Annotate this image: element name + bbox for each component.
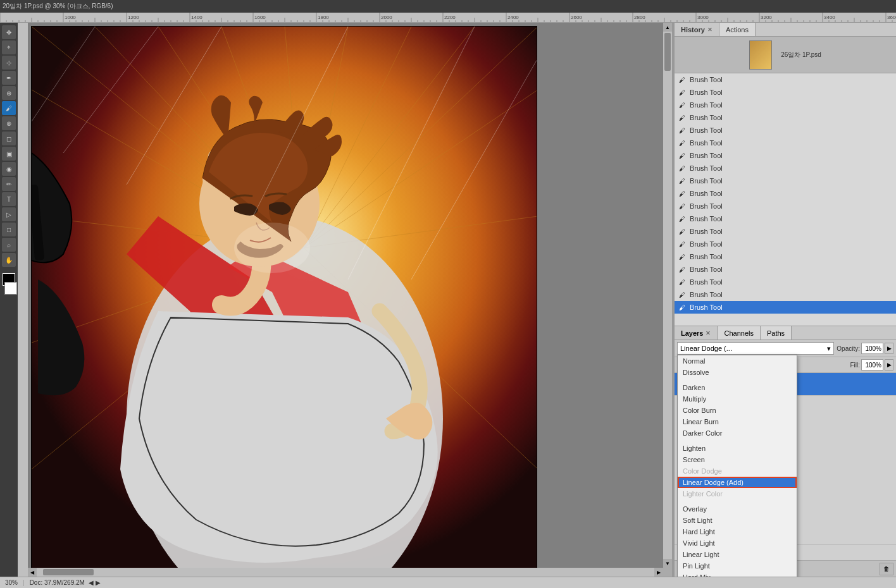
- delete-layer-btn[interactable]: 🗑: [880, 563, 893, 575]
- hand-tool[interactable]: ✋: [2, 253, 16, 267]
- scroll-down-btn[interactable]: ▼: [663, 559, 672, 568]
- list-item[interactable]: 🖌 Brush Tool: [675, 175, 896, 187]
- brush-icon: 🖌: [677, 214, 687, 224]
- svg-text:2000: 2000: [381, 15, 392, 20]
- dropdown-item-normal[interactable]: Normal: [678, 355, 797, 367]
- horizontal-scrollbar[interactable]: ◀ ▶: [28, 568, 663, 577]
- list-item[interactable]: 🖌 Brush Tool: [675, 225, 896, 238]
- nav-arrows[interactable]: ◀ ▶: [89, 579, 101, 586]
- dropdown-item-pin-light[interactable]: Pin Light: [678, 560, 797, 572]
- tab-channels[interactable]: Channels: [718, 326, 760, 340]
- zoom-tool[interactable]: ⌕: [2, 238, 16, 252]
- history-source-label: 26일차 1P.psd: [781, 51, 821, 59]
- dropdown-item-hard-mix[interactable]: Hard Mix: [678, 572, 797, 577]
- eraser-tool[interactable]: ◻: [2, 132, 16, 145]
- pen-tool[interactable]: ✏: [2, 177, 16, 191]
- opacity-control: Opacity: 100% ▶: [837, 343, 893, 354]
- dropdown-item-overlay[interactable]: Overlay: [678, 503, 797, 515]
- path-select-tool[interactable]: ▷: [2, 207, 16, 221]
- shape-tool[interactable]: □: [2, 223, 16, 236]
- history-panel-tabs: History ✕ Actions: [675, 23, 896, 37]
- dropdown-item-linear-dodge[interactable]: Linear Dodge (Add): [678, 477, 797, 488]
- tab-layers[interactable]: Layers ✕: [675, 326, 718, 340]
- list-item[interactable]: 🖌 Brush Tool: [675, 124, 896, 137]
- dropdown-item-lighten[interactable]: Lighten: [678, 443, 797, 454]
- list-item[interactable]: 🖌 Brush Tool: [675, 263, 896, 276]
- tab-history[interactable]: History ✕: [675, 23, 719, 36]
- dropdown-item-hard-light[interactable]: Hard Light: [678, 526, 797, 537]
- list-item[interactable]: 🖌 Brush Tool: [675, 276, 896, 288]
- lasso-tool[interactable]: ⌖: [2, 40, 16, 54]
- dropdown-item-lighter-color[interactable]: Lighter Color: [678, 488, 797, 499]
- svg-text:3600: 3600: [887, 15, 896, 20]
- svg-text:1000: 1000: [65, 15, 76, 20]
- layers-tab-close[interactable]: ✕: [706, 330, 711, 336]
- gradient-tool[interactable]: ▣: [2, 147, 16, 161]
- opacity-arrow-btn[interactable]: ▶: [885, 343, 893, 354]
- opacity-value[interactable]: 100%: [861, 343, 883, 354]
- dropdown-item-darker-color[interactable]: Darker Color: [678, 427, 797, 439]
- vertical-scrollbar[interactable]: ▲ ▼: [663, 23, 672, 568]
- list-item[interactable]: 🖌 Brush Tool: [675, 187, 896, 200]
- move-tool[interactable]: ✥: [2, 25, 16, 39]
- list-item[interactable]: 🖌 Brush Tool: [675, 73, 896, 86]
- dropdown-item-vivid-light[interactable]: Vivid Light: [678, 537, 797, 549]
- svg-text:2600: 2600: [571, 15, 582, 20]
- scroll-up-btn[interactable]: ▲: [663, 23, 672, 32]
- status-separator: |: [23, 579, 25, 586]
- heal-tool[interactable]: ⊕: [2, 86, 16, 100]
- brush-tool[interactable]: 🖌: [2, 101, 16, 115]
- tab-paths[interactable]: Paths: [761, 326, 792, 340]
- list-item[interactable]: 🖌 Brush Tool: [675, 99, 896, 111]
- dropdown-item-color-dodge[interactable]: Color Dodge: [678, 465, 797, 477]
- brush-icon: 🖌: [677, 201, 687, 211]
- horizontal-ruler: // Will be rendered via JS below 1000120…: [0, 13, 896, 23]
- crop-tool[interactable]: ⊹: [2, 56, 16, 70]
- list-item[interactable]: 🖌 Brush Tool: [675, 162, 896, 175]
- dropdown-item-dissolve[interactable]: Dissolve: [678, 367, 797, 378]
- dropdown-item-color-burn[interactable]: Color Burn: [678, 405, 797, 416]
- list-item[interactable]: 🖌 Brush Tool: [675, 149, 896, 162]
- brush-icon: 🖌: [677, 302, 687, 312]
- dropdown-item-darken[interactable]: Darken: [678, 382, 797, 393]
- list-item-active[interactable]: 🖌 Brush Tool: [675, 301, 896, 314]
- list-item[interactable]: 🖌 Brush Tool: [675, 200, 896, 212]
- clone-tool[interactable]: ⊗: [2, 116, 16, 130]
- dropdown-item-screen[interactable]: Screen: [678, 454, 797, 465]
- scroll-left-btn[interactable]: ◀: [28, 568, 37, 577]
- svg-text:3200: 3200: [761, 15, 772, 20]
- fill-value[interactable]: 100%: [861, 359, 883, 371]
- list-item[interactable]: 🖌 Brush Tool: [675, 250, 896, 263]
- background-color[interactable]: [4, 282, 17, 295]
- brush-icon: 🖌: [677, 125, 687, 135]
- blend-mode-button[interactable]: Linear Dodge (... ▾: [677, 342, 834, 355]
- brush-icon: 🖌: [677, 239, 687, 249]
- scroll-right-btn[interactable]: ▶: [654, 568, 663, 577]
- dropdown-item-linear-light[interactable]: Linear Light: [678, 549, 797, 560]
- vertical-scroll-thumb[interactable]: [664, 33, 671, 71]
- eyedropper-tool[interactable]: ✒: [2, 71, 16, 85]
- history-tab-close[interactable]: ✕: [707, 27, 712, 33]
- brush-icon: 🖌: [677, 113, 687, 123]
- list-item[interactable]: 🖌 Brush Tool: [675, 86, 896, 99]
- list-item[interactable]: 🖌 Brush Tool: [675, 212, 896, 225]
- dropdown-item-linear-burn[interactable]: Linear Burn: [678, 416, 797, 427]
- dodge-tool[interactable]: ◉: [2, 162, 16, 176]
- dropdown-item-soft-light[interactable]: Soft Light: [678, 515, 797, 526]
- list-item[interactable]: 🖌 Brush Tool: [675, 137, 896, 149]
- dropdown-item-multiply[interactable]: Multiply: [678, 393, 797, 405]
- blend-mode-dropdown: Normal Dissolve Darken Multiply Color Bu…: [677, 355, 797, 577]
- tab-actions[interactable]: Actions: [719, 23, 756, 36]
- svg-text:2200: 2200: [444, 15, 456, 20]
- list-item[interactable]: 🖌 Brush Tool: [675, 238, 896, 250]
- brush-icon: 🖌: [677, 150, 687, 161]
- list-item[interactable]: 🖌 Brush Tool: [675, 288, 896, 301]
- left-toolbar: ✥ ⌖ ⊹ ✒ ⊕ 🖌 ⊗ ◻ ▣ ◉ ✏ T ▷ □ ⌕ ✋: [0, 23, 18, 577]
- list-item[interactable]: 🖌 Brush Tool: [675, 111, 896, 124]
- fill-arrow-btn[interactable]: ▶: [885, 359, 893, 371]
- canvas-area: ▲ ▼ ◀ ▶: [18, 23, 672, 577]
- brush-icon: 🖌: [677, 75, 687, 85]
- horizontal-scroll-thumb[interactable]: [43, 569, 94, 575]
- text-tool[interactable]: T: [2, 192, 16, 206]
- brush-icon: 🖌: [677, 176, 687, 186]
